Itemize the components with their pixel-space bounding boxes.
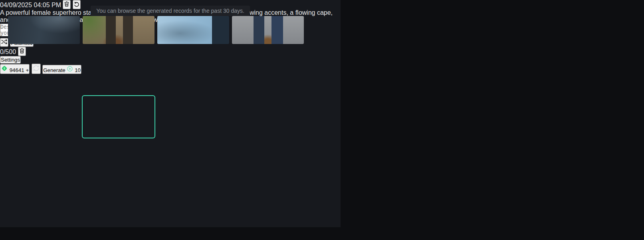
generated-thumbnail[interactable]	[157, 96, 229, 138]
generated-thumbnail[interactable]	[157, 16, 229, 44]
add-credits-plus: +	[26, 67, 29, 73]
history-note: You can browse the generated records for…	[91, 6, 250, 16]
generate-label: Generate	[43, 67, 65, 73]
generation-footer: Settings 94641 + Generate 10	[0, 56, 341, 74]
generate-button[interactable]: Generate 10	[42, 65, 81, 74]
generated-thumbnail[interactable]	[232, 96, 304, 138]
history-note-wrap: You can browse the generated records for…	[0, 6, 341, 16]
credits-amount: 94641	[10, 67, 24, 73]
generated-thumbnail-selected[interactable]	[83, 96, 155, 138]
credits-balance-button[interactable]: 94641 +	[0, 64, 30, 74]
generated-thumbnail[interactable]	[8, 16, 80, 44]
clear-prompt-button[interactable]	[18, 47, 26, 56]
trash-icon	[19, 49, 25, 55]
current-record-thumbnails	[8, 96, 304, 138]
previous-record-thumbnails	[8, 16, 304, 44]
settings-button[interactable]: Settings	[0, 56, 21, 64]
credit-coin-icon	[67, 67, 75, 73]
char-counter: 0/500	[0, 48, 16, 55]
shuffle-icon	[1, 40, 8, 46]
token-diamond-icon	[1, 67, 10, 73]
generated-thumbnail[interactable]	[83, 16, 155, 44]
generate-cost: 10	[75, 67, 81, 73]
generated-thumbnail[interactable]	[232, 16, 304, 44]
generation-history-panel: You can browse the generated records for…	[0, 0, 341, 227]
refresh-credits-button[interactable]	[32, 64, 41, 74]
shuffle-prompt-button[interactable]	[0, 38, 8, 47]
generated-thumbnail[interactable]	[8, 96, 80, 138]
refresh-icon	[32, 67, 40, 73]
